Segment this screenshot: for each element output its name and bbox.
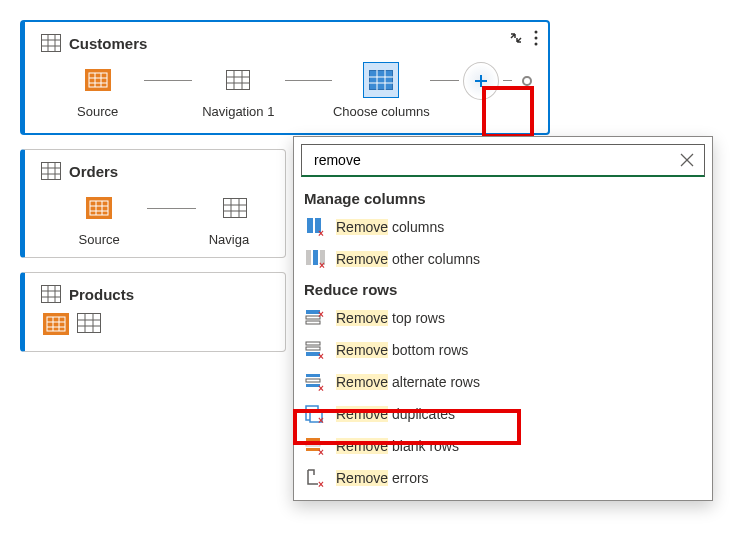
svg-rect-76: [306, 379, 320, 382]
clear-icon[interactable]: [680, 153, 694, 167]
svg-rect-83: [306, 443, 320, 446]
menu-remove-other-columns[interactable]: × Remove other columns: [294, 243, 712, 275]
svg-text:×: ×: [318, 309, 324, 320]
step-source[interactable]: Source: [55, 190, 143, 247]
svg-rect-19: [370, 71, 393, 90]
connector: [285, 80, 332, 81]
svg-point-5: [535, 31, 538, 34]
svg-point-7: [535, 43, 538, 46]
query-card-orders[interactable]: Orders Source Naviga: [20, 149, 286, 258]
section-header: Manage columns: [294, 184, 712, 211]
svg-rect-37: [223, 199, 246, 218]
card-title: Customers: [69, 35, 147, 52]
steps-row: Source Naviga: [41, 190, 269, 247]
menu-remove-errors[interactable]: × Remove errors: [294, 462, 712, 494]
card-header: Customers: [41, 34, 532, 52]
svg-text:×: ×: [318, 415, 324, 424]
menu-remove-blank-rows[interactable]: × Remove blank rows: [294, 430, 712, 462]
step-source-icon[interactable]: [43, 313, 69, 335]
svg-text:×: ×: [318, 479, 324, 488]
svg-rect-42: [42, 286, 61, 303]
remove-blank-rows-icon: ×: [304, 436, 326, 456]
svg-rect-0: [42, 35, 61, 52]
steps-row: Source Navigation 1 Choose columns: [41, 62, 532, 119]
table-icon: [41, 162, 61, 180]
svg-rect-72: [306, 347, 320, 350]
menu-label: Remove blank rows: [336, 438, 459, 454]
remove-other-columns-icon: ×: [304, 249, 326, 269]
remove-columns-icon: ×: [304, 217, 326, 237]
connector: [147, 208, 196, 209]
more-icon[interactable]: [534, 30, 538, 46]
svg-rect-64: [313, 250, 318, 265]
svg-text:×: ×: [318, 447, 324, 456]
collapse-icon[interactable]: [508, 30, 524, 46]
menu-label: Remove duplicates: [336, 406, 455, 422]
menu-remove-top-rows[interactable]: × Remove top rows: [294, 302, 712, 334]
connector: [144, 80, 191, 81]
card-title: Products: [69, 286, 134, 303]
remove-alternate-rows-icon: ×: [304, 372, 326, 392]
svg-rect-71: [306, 342, 320, 345]
svg-text:×: ×: [318, 383, 324, 392]
menu-label: Remove errors: [336, 470, 429, 486]
svg-rect-63: [306, 250, 311, 265]
search-input[interactable]: [312, 151, 680, 169]
svg-text:×: ×: [318, 351, 324, 360]
table-icon: [41, 285, 61, 303]
svg-rect-69: [306, 321, 320, 324]
svg-rect-75: [306, 374, 320, 377]
svg-rect-82: [306, 438, 320, 441]
menu-remove-bottom-rows[interactable]: × Remove bottom rows: [294, 334, 712, 366]
step-source[interactable]: Source: [55, 62, 140, 119]
search-box[interactable]: [301, 144, 705, 177]
annotation-highlight-add: [482, 86, 534, 138]
menu-remove-alternate-rows[interactable]: × Remove alternate rows: [294, 366, 712, 398]
remove-errors-icon: ×: [304, 468, 326, 488]
svg-text:×: ×: [319, 260, 325, 269]
menu-remove-duplicates[interactable]: × Remove duplicates: [294, 398, 712, 430]
connector: [503, 80, 512, 81]
menu-label: Remove alternate rows: [336, 374, 480, 390]
svg-rect-60: [307, 218, 313, 233]
remove-bottom-rows-icon: ×: [304, 340, 326, 360]
end-dot: [522, 76, 532, 86]
menu-label: Remove top rows: [336, 310, 445, 326]
svg-point-6: [535, 37, 538, 40]
query-card-customers[interactable]: Customers Source Navigation 1 Ch: [20, 20, 550, 135]
steps-compact: [41, 313, 269, 335]
card-header: Orders: [41, 162, 269, 180]
svg-rect-26: [42, 163, 61, 180]
step-choose-columns[interactable]: Choose columns: [336, 62, 426, 119]
svg-rect-53: [78, 314, 101, 333]
connector: [430, 80, 458, 81]
card-title: Orders: [69, 163, 118, 180]
svg-rect-14: [227, 71, 250, 90]
query-card-products[interactable]: Products: [20, 272, 286, 352]
transform-popup: Manage columns × Remove columns × Remove…: [293, 136, 713, 501]
menu-label: Remove other columns: [336, 251, 480, 267]
step-nav-icon[interactable]: [77, 313, 101, 335]
step-navigation[interactable]: Navigation 1: [196, 62, 281, 119]
menu-label: Remove columns: [336, 219, 444, 235]
menu-label: Remove bottom rows: [336, 342, 468, 358]
svg-text:×: ×: [318, 228, 324, 237]
table-icon: [41, 34, 61, 52]
card-header: Products: [41, 285, 269, 303]
section-header: Reduce rows: [294, 275, 712, 302]
remove-duplicates-icon: ×: [304, 404, 326, 424]
menu-remove-columns[interactable]: × Remove columns: [294, 211, 712, 243]
remove-top-rows-icon: ×: [304, 308, 326, 328]
step-navigation[interactable]: Naviga: [200, 190, 269, 247]
